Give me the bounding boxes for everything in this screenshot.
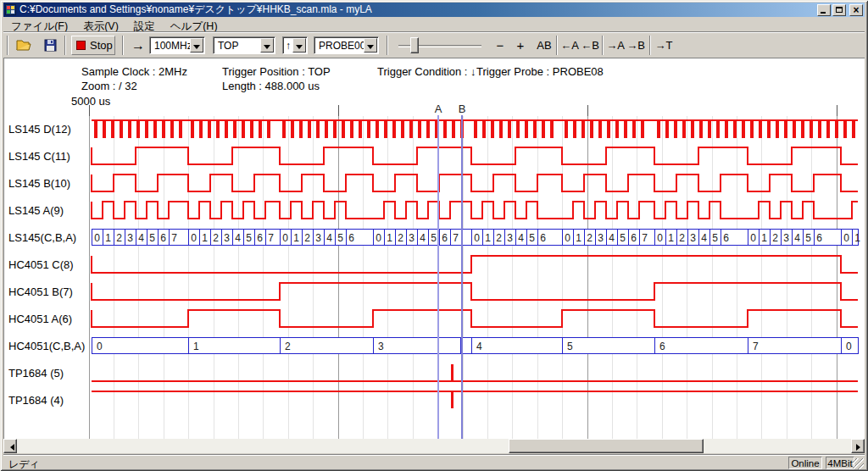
toolbar-separator (122, 36, 124, 55)
close-button[interactable]: × (849, 4, 863, 16)
channel-label: LS145 A(9) (8, 204, 90, 217)
goto-cursor-a-left-button[interactable]: ←A (559, 36, 580, 55)
open-folder-icon (16, 39, 33, 52)
status-memory-pane: 4MBit (826, 457, 854, 469)
trigger-position-combobox[interactable]: TOP (213, 36, 275, 54)
slider-thumb[interactable] (410, 37, 419, 53)
menu-settings[interactable]: 設定 (126, 19, 163, 32)
resize-grip[interactable] (853, 458, 864, 469)
channel-label: HC4051 C(8) (8, 258, 90, 271)
channel-label: HC4051 A(6) (8, 313, 90, 325)
stop-button[interactable]: Stop (71, 36, 115, 55)
channel-label: LS145 B(10) (8, 177, 90, 190)
chevron-down-icon[interactable] (190, 38, 203, 53)
goto-trigger-button[interactable]: →T (653, 36, 675, 55)
trigger-condition-info: Trigger Condition : ↓ (377, 65, 476, 78)
channel-label: TP1684 (5) (8, 367, 90, 380)
app-icon (5, 4, 16, 15)
maximize-button[interactable] (832, 4, 846, 16)
menubar: ファイル(F) 表示(V) 設定 ヘルプ(H) (3, 19, 865, 32)
channel-label: LS145 C(11) (8, 150, 90, 163)
save-button[interactable] (39, 36, 61, 55)
menu-view[interactable]: 表示(V) (75, 19, 126, 32)
right-arrow-icon (856, 444, 864, 451)
goto-cursor-a-right-button[interactable]: →A (605, 36, 626, 55)
toolbar-separator (556, 36, 558, 55)
chevron-down-icon[interactable] (260, 38, 274, 53)
goto-cursor-b-left-button[interactable]: ←B (580, 36, 600, 55)
toolbar-separator (602, 36, 604, 55)
trigger-probe-value: PROBE00 (319, 40, 365, 52)
time-scale-label: 5000 us (71, 95, 110, 108)
maximize-icon (836, 7, 843, 13)
app-window: C:¥Documents and Settings¥noname¥デスクトップ¥… (0, 0, 868, 471)
scroll-left-button[interactable] (3, 439, 17, 453)
length-info: Length : 488.000 us (222, 80, 320, 92)
trigger-edge-value: ↑ (286, 40, 291, 52)
sample-clock-info: Sample Clock : 2MHz (81, 65, 187, 78)
waveform-client-area (3, 58, 865, 439)
toolbar-separator (64, 36, 66, 55)
toolbar-separator (649, 36, 651, 55)
run-button[interactable]: → (127, 36, 149, 55)
toolbar-grip (7, 36, 8, 55)
trigger-probe-combobox[interactable]: PROBE00 (314, 36, 379, 54)
trigger-position-value: TOP (218, 40, 238, 52)
toolbar: Stop → 100MHz TOP ↑ PROBE00 − + AB ←A (3, 32, 865, 57)
zoom-in-button[interactable]: + (512, 36, 529, 55)
scrollbar-thumb[interactable] (509, 439, 704, 453)
floppy-disk-icon (44, 39, 57, 52)
minimize-button[interactable] (817, 4, 831, 16)
goto-cursor-b-right-button[interactable]: →B (626, 36, 646, 55)
menu-help[interactable]: ヘルプ(H) (163, 19, 225, 32)
sample-clock-combobox[interactable]: 100MHz (149, 36, 205, 54)
left-arrow-icon (7, 444, 14, 451)
chevron-down-icon[interactable] (364, 38, 377, 53)
zoom-out-button[interactable]: − (492, 36, 509, 55)
zoom-info: Zoom : / 32 (81, 80, 137, 92)
channel-label: TP1684 (4) (8, 394, 90, 407)
stop-label: Stop (90, 39, 113, 52)
channel-label: LS145 D(12) (8, 123, 90, 136)
window-title: C:¥Documents and Settings¥noname¥デスクトップ¥… (19, 3, 372, 17)
trigger-edge-combobox[interactable]: ↑ (282, 36, 308, 54)
channel-label: HC4051 B(7) (8, 285, 90, 298)
menu-file[interactable]: ファイル(F) (3, 19, 75, 32)
ab-button[interactable]: AB (532, 36, 556, 55)
zoom-slider[interactable] (397, 36, 483, 55)
statusbar: レディ Online 4MBit (3, 455, 865, 469)
sample-clock-value: 100MHz (154, 40, 192, 52)
status-online-pane: Online (788, 457, 822, 469)
channel-label: LS145(C,B,A) (8, 231, 90, 244)
trigger-position-info: Trigger Position : TOP (222, 65, 331, 78)
toolbar-separator (387, 36, 388, 55)
channel-label: HC4051(C,B,A) (8, 340, 90, 352)
chevron-down-icon[interactable] (292, 38, 306, 53)
stop-icon (76, 41, 86, 50)
scroll-right-button[interactable] (851, 439, 865, 453)
horizontal-scrollbar[interactable] (3, 439, 865, 453)
minimize-icon (821, 12, 826, 14)
open-file-button[interactable] (14, 36, 36, 55)
status-ready-text: レディ (8, 457, 40, 471)
titlebar[interactable]: C:¥Documents and Settings¥noname¥デスクトップ¥… (3, 3, 865, 17)
trigger-probe-info: Trigger Probe : PROBE08 (476, 65, 604, 78)
